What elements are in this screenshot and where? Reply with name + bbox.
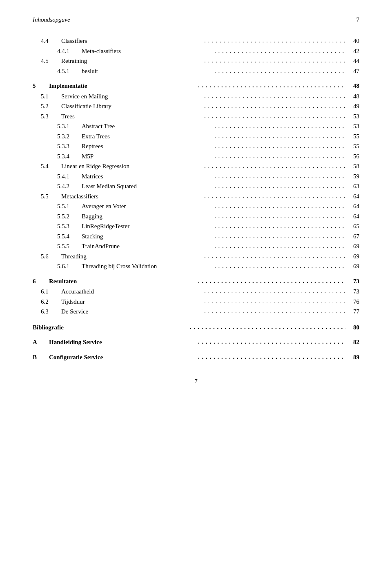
toc-title: Abstract Tree <box>82 122 213 131</box>
toc-number: 5.5.1 <box>57 202 82 211</box>
toc-dots: . . . . . . . . . . . . . . . . . . . . … <box>214 181 345 191</box>
toc-title: Configuratie Service <box>49 353 196 362</box>
toc-title: Classificatie Library <box>61 102 203 111</box>
toc-entry: 5.6Threading . . . . . . . . . . . . . .… <box>41 252 359 261</box>
toc-title: Averager en Voter <box>82 202 213 211</box>
toc-title: Trees <box>61 112 203 121</box>
toc-page: 69 <box>347 242 359 251</box>
toc-number: 5.3.4 <box>57 152 82 161</box>
toc-title: Meta-classifiers <box>82 47 213 56</box>
toc-entry: 5.4Linear en Ridge Regression . . . . . … <box>41 162 359 171</box>
toc-title: Stacking <box>82 232 213 241</box>
toc-page: 89 <box>347 353 359 362</box>
toc-title: Accuraatheid <box>61 287 203 296</box>
toc-number: 4.4.1 <box>57 47 82 56</box>
toc-entry: 6Resultaten . . . . . . . . . . . . . . … <box>33 277 359 286</box>
toc-page: 47 <box>347 67 359 76</box>
toc-title: Metaclassifiers <box>61 192 203 201</box>
toc-title: besluit <box>82 67 213 76</box>
toc-number: 5.2 <box>41 102 61 111</box>
toc-number: 5.3 <box>41 112 61 121</box>
toc-title: Bagging <box>82 212 213 221</box>
footer-page: 7 <box>194 378 198 385</box>
header-page: 7 <box>356 16 360 23</box>
toc-dots: . . . . . . . . . . . . . . . . . . . . … <box>204 251 345 261</box>
toc-page: 64 <box>347 192 359 201</box>
toc-title: Threading <box>61 252 203 261</box>
toc-title: Implementatie <box>49 81 196 91</box>
toc-number: 5.3.2 <box>57 132 82 141</box>
toc-number: 4.4 <box>41 36 61 46</box>
toc-number: 4.5.1 <box>57 67 82 76</box>
toc-dots: . . . . . . . . . . . . . . . . . . . . … <box>204 111 345 121</box>
toc-number: 5.5.3 <box>57 222 82 231</box>
toc-page: 55 <box>347 132 359 141</box>
toc-page: 67 <box>347 232 359 241</box>
page-header: Inhoudsopgave 7 <box>33 16 359 23</box>
toc-entry: 5.3Trees . . . . . . . . . . . . . . . .… <box>41 112 359 121</box>
toc-title: Classifiers <box>61 36 203 46</box>
toc-dots: . . . . . . . . . . . . . . . . . . . . … <box>204 91 345 101</box>
toc-title: Service en Mailing <box>61 92 203 101</box>
toc-dots: . . . . . . . . . . . . . . . . . . . . … <box>190 322 345 332</box>
toc-number: 5.4.2 <box>57 182 82 191</box>
toc-title: Threading bij Cross Validation <box>82 262 213 271</box>
toc-entry: 5.5.4Stacking . . . . . . . . . . . . . … <box>57 232 359 241</box>
toc-dots: . . . . . . . . . . . . . . . . . . . . … <box>204 191 345 201</box>
toc-dots: . . . . . . . . . . . . . . . . . . . . … <box>198 352 345 362</box>
toc-entry: Bibliografie . . . . . . . . . . . . . .… <box>33 323 359 332</box>
toc-page: 64 <box>347 212 359 221</box>
toc-entry: 5.6.1Threading bij Cross Validation . . … <box>57 262 359 271</box>
toc-number: 6 <box>33 277 49 286</box>
toc-page: 77 <box>347 307 359 316</box>
toc-dots: . . . . . . . . . . . . . . . . . . . . … <box>204 307 345 316</box>
toc-dots: . . . . . . . . . . . . . . . . . . . . … <box>198 81 345 90</box>
toc-title: Tijdsduur <box>61 297 203 307</box>
toc-page: 69 <box>347 252 359 261</box>
toc-title: Extra Trees <box>82 132 213 141</box>
toc-number: 5.4 <box>41 162 61 171</box>
toc-entry: 4.4Classifiers . . . . . . . . . . . . .… <box>41 36 359 46</box>
toc-entry: 6.1Accuraatheid . . . . . . . . . . . . … <box>41 287 359 296</box>
toc-dots: . . . . . . . . . . . . . . . . . . . . … <box>204 36 345 45</box>
toc-dots: . . . . . . . . . . . . . . . . . . . . … <box>214 141 345 151</box>
toc-page: 80 <box>347 323 359 332</box>
toc-number: 5.5.2 <box>57 212 82 221</box>
toc-container: 4.4Classifiers . . . . . . . . . . . . .… <box>33 36 359 362</box>
toc-page: 64 <box>347 202 359 211</box>
toc-page: 56 <box>347 152 359 161</box>
toc-dots: . . . . . . . . . . . . . . . . . . . . … <box>214 151 345 161</box>
toc-dots: . . . . . . . . . . . . . . . . . . . . … <box>198 337 345 347</box>
toc-title: Linear en Ridge Regression <box>61 162 203 171</box>
toc-entry: 5.3.1Abstract Tree . . . . . . . . . . .… <box>57 122 359 131</box>
toc-page: 69 <box>347 262 359 271</box>
toc-entry: 5.5.3LinRegRidgeTester . . . . . . . . .… <box>57 222 359 231</box>
toc-dots: . . . . . . . . . . . . . . . . . . . . … <box>214 231 345 241</box>
toc-entry: 5.5Metaclassifiers . . . . . . . . . . .… <box>41 192 359 201</box>
toc-entry: AHandleiding Service . . . . . . . . . .… <box>33 338 359 347</box>
toc-number: 5 <box>33 81 49 91</box>
toc-dots: . . . . . . . . . . . . . . . . . . . . … <box>204 56 345 65</box>
toc-page: 76 <box>347 297 359 307</box>
toc-number: 5.6 <box>41 252 61 261</box>
toc-number: 4.5 <box>41 56 61 66</box>
toc-entry: 4.4.1Meta-classifiers . . . . . . . . . … <box>57 47 359 56</box>
toc-dots: . . . . . . . . . . . . . . . . . . . . … <box>214 46 345 56</box>
toc-page: 40 <box>347 36 359 46</box>
toc-page: 73 <box>347 277 359 286</box>
toc-page: 44 <box>347 56 359 66</box>
toc-entry: BConfiguratie Service . . . . . . . . . … <box>33 353 359 362</box>
footer: 7 <box>33 378 359 385</box>
toc-dots: . . . . . . . . . . . . . . . . . . . . … <box>204 161 345 171</box>
toc-title: Least Median Squared <box>82 182 213 191</box>
toc-entry: 5.3.4M5P . . . . . . . . . . . . . . . .… <box>57 152 359 161</box>
toc-page: 55 <box>347 142 359 151</box>
toc-entry: 5.5.1Averager en Voter . . . . . . . . .… <box>57 202 359 211</box>
toc-title: Handleiding Service <box>49 338 196 347</box>
toc-title: TrainAndPrune <box>82 242 213 251</box>
toc-page: 48 <box>347 81 359 91</box>
toc-dots: . . . . . . . . . . . . . . . . . . . . … <box>214 171 345 181</box>
toc-number: B <box>33 353 49 362</box>
toc-dots: . . . . . . . . . . . . . . . . . . . . … <box>214 211 345 221</box>
toc-entry: 4.5Retraining . . . . . . . . . . . . . … <box>41 56 359 66</box>
